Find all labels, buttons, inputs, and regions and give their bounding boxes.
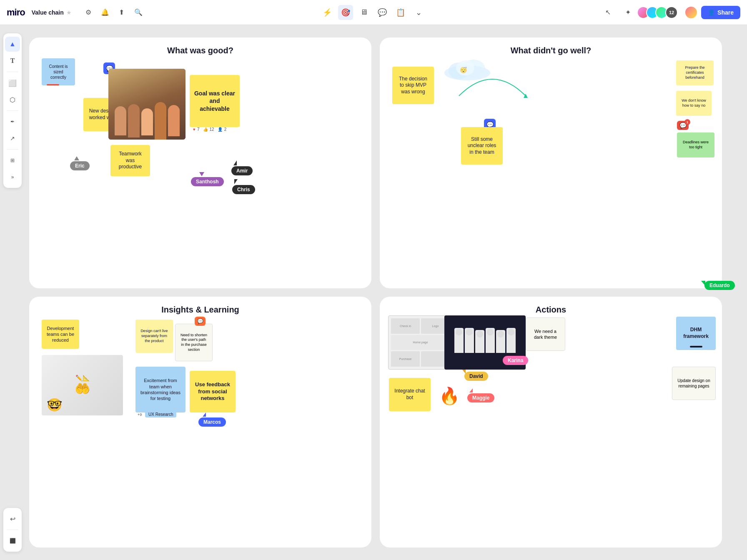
sketch-image: ✏️📐 🤲 🤓	[42, 355, 123, 415]
sticky-text: Excitement from team when brainstorming …	[140, 378, 181, 401]
board-title[interactable]: Value chain	[32, 9, 64, 16]
sticky-chatbot[interactable]: Integrate chat bot	[389, 378, 431, 411]
bottom-divider	[7, 530, 18, 530]
q1-title: What was good?	[38, 46, 363, 55]
user-avatar[interactable]	[684, 6, 698, 19]
chat-badge-icon[interactable]: 💬 1	[677, 121, 689, 130]
cursor-tool[interactable]: ▲	[5, 37, 20, 52]
share-button[interactable]: 👤 Share	[701, 6, 740, 19]
toolbar-divider-3	[7, 149, 18, 150]
curved-arrow	[451, 62, 534, 122]
upload-icon[interactable]: ⬆	[115, 6, 128, 19]
sticky-text: Integrate chat bot	[393, 388, 426, 401]
sticky-text: Deadlines were too tight	[681, 140, 710, 150]
minimap-tool[interactable]: ⬛	[5, 533, 20, 548]
sticky-shorten-path[interactable]: Need to shorten the user's path in the p…	[175, 324, 213, 361]
sticky-text: Goal was clear and achievable	[194, 90, 236, 112]
sticky-excitement[interactable]: Excitement from team when brainstorming …	[135, 367, 185, 412]
sticky-dev-teams[interactable]: Development teams can be reduced	[42, 320, 79, 349]
sticky-feedback-social[interactable]: Use feedback from social networks	[190, 371, 236, 412]
sticky-text: Development teams can be reduced	[46, 325, 75, 343]
notes-icon[interactable]: 📋	[393, 5, 408, 20]
shapes-tool[interactable]: ⬡	[5, 92, 20, 107]
sticky-text: We don't know how to say no	[680, 98, 707, 108]
screen-icon[interactable]: 🖥	[356, 5, 371, 20]
sticky-dark-theme[interactable]: We need a dark theme	[526, 318, 565, 351]
arrow-tool[interactable]: ↗	[5, 131, 20, 146]
sticky-skip-mvp[interactable]: The decision to skip MVP was wrong	[392, 67, 434, 104]
ux-research-tag[interactable]: UX Research	[145, 411, 176, 418]
cursor-chris: Chris	[234, 179, 257, 194]
more-icon[interactable]: ⌄	[411, 5, 426, 20]
quadrant-what-was-good: What was good? Content is sized correctl…	[29, 38, 371, 288]
undo-tool[interactable]: ↩	[5, 511, 20, 526]
sticky-prepare-certs[interactable]: Prepare the certificates beforehand	[676, 60, 714, 85]
red-underline	[47, 84, 59, 85]
sticky-unclear-roles[interactable]: Still some unclear roles in the team	[461, 127, 503, 165]
collaborator-count[interactable]: 12	[665, 6, 678, 19]
canvas: What was good? Content is sized correctl…	[0, 25, 747, 560]
toolbar-divider-1	[7, 72, 18, 72]
pen-tool[interactable]: ✒	[5, 114, 20, 129]
sticky-teamwork[interactable]: Teamwork was productive	[110, 145, 150, 176]
cursor-marcos: Marcos	[203, 412, 230, 427]
miro-logo[interactable]: miro	[7, 7, 25, 18]
sticky-deadlines[interactable]: Deadlines were too tight	[677, 132, 714, 158]
sticky-text: We need a dark theme	[530, 328, 561, 340]
user-label-eduardo: Eduardo	[704, 281, 735, 290]
chat-icon[interactable]: 💬	[375, 5, 390, 20]
user-label-eric: Eric	[70, 161, 90, 170]
user-label-chris: Chris	[232, 185, 255, 194]
sticky-goal-clear[interactable]: Goal was clear and achievable	[190, 75, 240, 127]
team-photo	[108, 69, 185, 140]
left-toolbar: ▲ T ⬜ ⬡ ✒ ↗ ⊞ »	[3, 33, 22, 188]
settings-icon[interactable]: ⚙	[82, 6, 95, 19]
sticky-text: Teamwork was productive	[115, 151, 146, 170]
notifications-icon[interactable]: 🔔	[98, 6, 112, 19]
sticky-note-tool[interactable]: ⬜	[5, 75, 20, 90]
cursor-eric: Eric	[74, 156, 94, 170]
sticky-text: Use feedback from social networks	[194, 381, 231, 402]
chat-icon-q3[interactable]: 💬	[195, 317, 206, 326]
comment-count: 2	[224, 127, 227, 132]
sticky-text: Update design on remaining pages	[677, 378, 711, 389]
cursor-eduardo: Eduardo	[701, 281, 705, 286]
sticky-text: Prepare the certificates beforehand	[680, 65, 709, 80]
topbar-right: ↖ ✦ 12 👤 Share	[599, 6, 740, 19]
quadrant-insights: Insights & Learning Development teams ca…	[29, 297, 371, 548]
bottom-left-toolbar: ↩ ⬛	[3, 508, 22, 552]
sticky-text: The decision to skip MVP was wrong	[396, 76, 430, 95]
user-label-marcos: Marcos	[198, 418, 226, 427]
sticky-text: Design can't live separately from the pr…	[140, 329, 169, 343]
sticky-dhm[interactable]: DHM framework	[676, 317, 716, 350]
bolt-icon[interactable]: ⚡	[320, 5, 335, 20]
sticky-text: DHM framework	[680, 327, 712, 340]
timer-icon[interactable]: 🎯	[338, 5, 353, 20]
user-label-karina: Karina	[503, 356, 528, 365]
frame-tool[interactable]: ⊞	[5, 153, 20, 168]
q4-title: Actions	[388, 305, 714, 315]
more-tools[interactable]: »	[5, 170, 20, 185]
notification-badge: 1	[684, 119, 690, 125]
fire-emoji: 🔥	[439, 386, 460, 406]
pointer-icon[interactable]: ✦	[621, 6, 634, 19]
topbar: miro Value chain ★ ⚙ 🔔 ⬆ 🔍 ⚡ 🎯 🖥 💬 📋 ⌄ ↖…	[0, 0, 747, 25]
sticky-deadlines-container: 💬 1 Deadlines were too tight	[677, 128, 714, 153]
cursor-tool-icon[interactable]: ↖	[601, 6, 614, 19]
sticky-content-sized[interactable]: Content is sized correctly	[42, 58, 75, 85]
cursor-maggie: Maggie	[469, 388, 496, 402]
user-label-santhosh: Santhosh	[191, 177, 224, 186]
user-label-david: David	[464, 372, 488, 381]
sticky-dont-know[interactable]: We don't know how to say no	[676, 91, 712, 116]
plus-9-tag[interactable]: +9	[138, 412, 142, 417]
wireframe-screenshot: Check in Logo Home page Purchase	[388, 315, 453, 370]
sticky-text: Need to shorten the user's path in the p…	[180, 333, 208, 352]
user-label-amir: Amir	[231, 166, 253, 175]
search-icon[interactable]: 🔍	[132, 6, 145, 19]
favorite-icon[interactable]: ★	[66, 9, 72, 16]
sticky-update-design[interactable]: Update design on remaining pages	[672, 367, 716, 400]
user-label-maggie: Maggie	[467, 393, 494, 402]
sticky-design-separate[interactable]: Design can't live separately from the pr…	[135, 320, 173, 353]
q3-title: Insights & Learning	[38, 305, 363, 315]
text-tool[interactable]: T	[5, 53, 20, 68]
